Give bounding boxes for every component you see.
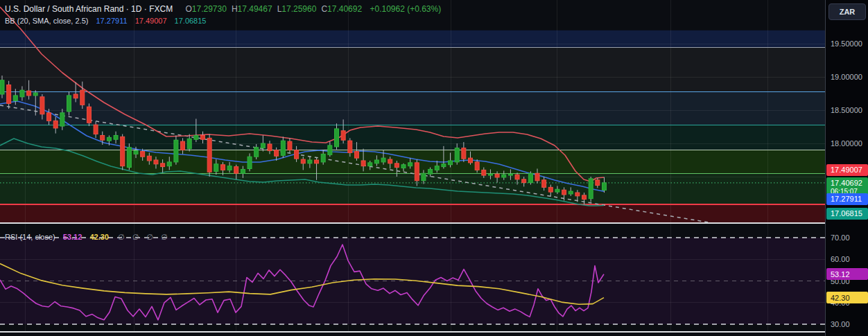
candle-body bbox=[582, 195, 587, 200]
currency-button[interactable]: ZAR bbox=[828, 3, 866, 20]
bb-legend-row[interactable]: BB (20, SMA, close, 2.5) 17.27911 17.490… bbox=[5, 17, 441, 25]
candle-body bbox=[234, 167, 238, 174]
candle-body bbox=[67, 96, 71, 112]
rsi-legend-row[interactable]: RSI (14, close) 53.12 42.30 ∅ ∅ ∅ ∅ bbox=[5, 233, 171, 242]
chart-canvas[interactable] bbox=[0, 0, 868, 336]
candle-body bbox=[80, 90, 85, 105]
high-value: 17.49467 bbox=[238, 4, 272, 14]
candle-body bbox=[87, 107, 91, 123]
candle-body bbox=[147, 156, 151, 161]
candle-body bbox=[181, 141, 185, 150]
candle-body bbox=[7, 85, 11, 104]
rsi-hidden-plots: ∅ ∅ ∅ ∅ bbox=[118, 233, 171, 241]
candle-body bbox=[275, 150, 279, 157]
price-zone bbox=[0, 30, 825, 48]
candle-body bbox=[548, 187, 553, 192]
candle-body bbox=[214, 164, 218, 172]
bb-basis-value: 17.27911 bbox=[96, 17, 128, 25]
candle-body bbox=[508, 174, 512, 175]
change-value: +0.10962 (+0.63%) bbox=[370, 4, 441, 14]
candle-body bbox=[27, 91, 31, 96]
candle-body bbox=[121, 136, 125, 166]
candle-body bbox=[381, 158, 385, 162]
candle-body bbox=[261, 143, 265, 148]
candle-body bbox=[201, 135, 205, 139]
symbol-legend: U.S. Dollar / South African Rand · 1D · … bbox=[5, 4, 441, 25]
candle-body bbox=[522, 179, 526, 183]
candle-body bbox=[321, 154, 325, 162]
candle-body bbox=[475, 162, 479, 170]
candle-body bbox=[288, 141, 292, 150]
candle-body bbox=[281, 141, 285, 155]
candle-body bbox=[401, 165, 406, 168]
candle-body bbox=[528, 173, 532, 182]
candle-body bbox=[13, 96, 17, 101]
price-tick-label: 18.00000 bbox=[831, 139, 862, 148]
candle-body bbox=[47, 113, 51, 121]
rsi-tick-label: 30.00 bbox=[831, 319, 850, 329]
candle-body bbox=[107, 137, 111, 141]
candle-body bbox=[94, 125, 98, 134]
candle-body bbox=[207, 138, 211, 172]
rsi-badge: 53.12 bbox=[826, 268, 868, 280]
candle-body bbox=[394, 163, 399, 168]
candle-body bbox=[575, 193, 580, 196]
candle-body bbox=[134, 151, 138, 154]
candle-body bbox=[295, 150, 299, 159]
candle-body bbox=[187, 139, 191, 148]
candle-body bbox=[20, 90, 24, 97]
candle-body bbox=[455, 148, 459, 162]
interval-label: 1D bbox=[131, 4, 141, 14]
open-label: O bbox=[185, 4, 191, 14]
candle-body bbox=[33, 93, 37, 96]
candle-body bbox=[301, 159, 305, 163]
price-badge-value: 17.40692 bbox=[831, 178, 868, 188]
candle-body bbox=[415, 163, 419, 181]
price-badge: 17.06815 bbox=[826, 208, 868, 220]
candle-body bbox=[53, 121, 58, 128]
candle-body bbox=[114, 135, 118, 139]
rsi-ma-value: 42.30 bbox=[89, 233, 109, 241]
price-zone bbox=[0, 92, 825, 125]
rsi-tick-label: 70.00 bbox=[831, 233, 850, 242]
symbol-title: U.S. Dollar / South African Rand bbox=[5, 4, 123, 14]
candle-body bbox=[435, 166, 439, 170]
exchange-label: FXCM bbox=[149, 4, 173, 14]
price-badge-value: 17.06815 bbox=[831, 209, 868, 218]
rsi-value: 53.12 bbox=[63, 233, 83, 241]
candle-body bbox=[220, 165, 225, 170]
candle-body bbox=[462, 148, 466, 159]
candle-body bbox=[167, 162, 171, 166]
price-tick-label: 19.00000 bbox=[831, 72, 862, 82]
price-zone bbox=[0, 204, 825, 223]
candle-body bbox=[469, 158, 473, 163]
candle-body bbox=[127, 148, 131, 168]
price-zone bbox=[0, 48, 825, 92]
rsi-badge: 42.30 bbox=[826, 292, 868, 303]
candle-body bbox=[555, 189, 559, 192]
candle-body bbox=[442, 164, 446, 167]
legend-separator: · bbox=[126, 4, 129, 14]
candle-body bbox=[40, 97, 44, 114]
candle-body bbox=[248, 157, 252, 168]
candle-body bbox=[73, 94, 78, 98]
candle-body bbox=[328, 145, 332, 154]
rsi-tick-label: 60.00 bbox=[831, 254, 850, 264]
close-label: C bbox=[321, 4, 327, 14]
symbol-legend-row[interactable]: U.S. Dollar / South African Rand · 1D · … bbox=[5, 4, 441, 14]
bb-lower-value: 17.06815 bbox=[175, 17, 207, 25]
candle-body bbox=[268, 144, 272, 151]
price-scale[interactable]: ZAR 19.5000019.0000018.5000018.0000070.0… bbox=[825, 0, 868, 336]
candle-body bbox=[361, 161, 365, 166]
rsi-badge-value: 42.30 bbox=[831, 293, 868, 303]
bb-indicator-label: BB (20, SMA, close, 2.5) bbox=[5, 17, 88, 25]
candle-body bbox=[348, 141, 352, 152]
candle-body bbox=[422, 173, 426, 181]
rsi-indicator-label: RSI (14, close) bbox=[5, 233, 55, 241]
price-badge-value: 17.49007 bbox=[831, 165, 868, 175]
legend-separator: · bbox=[144, 4, 147, 14]
close-value: 17.40692 bbox=[327, 4, 362, 14]
candle-body bbox=[428, 169, 433, 174]
candle-body bbox=[495, 174, 499, 177]
candle-body bbox=[542, 180, 546, 188]
